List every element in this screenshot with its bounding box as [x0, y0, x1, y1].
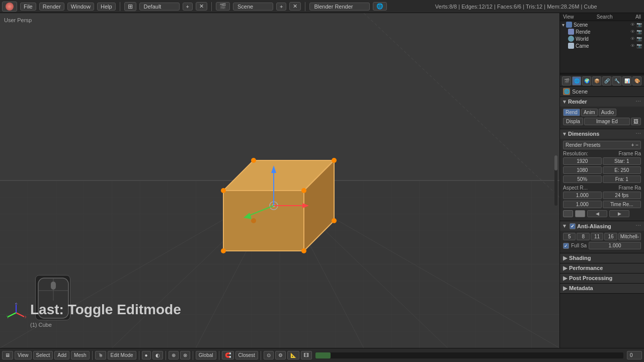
full-sample-checkbox[interactable]: ✓	[563, 243, 569, 249]
shading-section-header[interactable]: ▶Shading	[560, 253, 644, 263]
percent-field[interactable]: 50%	[563, 175, 602, 183]
pivot-icon[interactable]: ⊕	[169, 351, 179, 359]
render-presets-btn[interactable]: Render Presets + −	[563, 141, 641, 149]
global-btn[interactable]: Global	[196, 351, 216, 359]
viewport-scrollbar[interactable]	[554, 155, 557, 206]
display-icon-btn[interactable]: 🖼	[631, 118, 641, 125]
color-picker-1[interactable]	[563, 210, 573, 217]
outliner-item-world[interactable]: World 👁 📷	[560, 35, 644, 42]
pivot2-icon[interactable]: ⊗	[180, 351, 190, 359]
aspect-x-field[interactable]: 1.000	[563, 192, 602, 199]
props-object-icon[interactable]: 📦	[592, 76, 601, 85]
object-icon[interactable]: 🖱	[95, 351, 106, 359]
render-btn[interactable]: 🎞	[301, 351, 312, 359]
outliner-item-render[interactable]: Rende 👁 📷	[560, 28, 644, 35]
aa-triangle: ▾	[563, 223, 566, 229]
scene-selector[interactable]: Scene	[233, 3, 273, 11]
engine-selector[interactable]: Blender Render	[309, 3, 370, 11]
screen-layout-icon[interactable]: ⊞	[124, 2, 136, 11]
svg-point-49	[251, 158, 256, 163]
del-scene-btn[interactable]: ✕	[289, 2, 301, 11]
aa-samples-row: 5 8 11 16 Mitchell-	[563, 233, 641, 240]
del-layout-btn[interactable]: ✕	[196, 2, 207, 11]
dimensions-section-header[interactable]: ▾Dimensions ⋯	[560, 129, 644, 139]
render-menu[interactable]: Render	[39, 3, 64, 11]
width-field[interactable]: 1920	[563, 157, 602, 165]
blender-icon-btn[interactable]	[2, 2, 17, 12]
mode-selector[interactable]: Edit Mode	[108, 351, 136, 359]
select-btn[interactable]: Select	[33, 351, 53, 359]
dimensions-section-body: Render Presets + − Resolution: Frame Ra …	[560, 139, 644, 221]
mesh-btn[interactable]: Mesh	[71, 351, 89, 359]
aa-checkbox[interactable]: ✓	[570, 223, 576, 229]
props-scene-icon[interactable]: 🌐	[572, 76, 581, 85]
outliner-search-btn[interactable]: Search	[597, 14, 613, 20]
res-frame-row2: 1080 E: 250	[563, 166, 641, 174]
snap-type-btn[interactable]: Closest	[235, 351, 258, 359]
outliner-view-btn[interactable]: View	[563, 14, 574, 20]
post-processing-section: ▶Post Processing	[560, 274, 644, 284]
aa-filter-field[interactable]: Mitchell-	[618, 233, 641, 240]
image-editor-btn[interactable]: Image Ed	[584, 118, 630, 125]
render-tab-audio[interactable]: Audio	[599, 109, 617, 116]
fps-field[interactable]: 24 fps	[603, 192, 641, 199]
time-remap-right[interactable]: ▶	[609, 210, 629, 217]
viewport-3d[interactable]: User Persp Last: Toggle Editmode (1) Cub…	[0, 13, 559, 348]
aa-val-11[interactable]: 11	[591, 233, 603, 240]
render-section-header[interactable]: ▾Render ⋯	[560, 97, 644, 107]
window-menu[interactable]: Window	[67, 3, 94, 11]
time-remap-left[interactable]: ◀	[587, 210, 607, 217]
view-btn[interactable]: View	[15, 351, 32, 359]
layout-selector[interactable]: Default	[139, 3, 180, 11]
outliner-item-scene[interactable]: ▾ Scene 👁 📷	[560, 21, 644, 28]
color-picker-2[interactable]	[575, 210, 585, 217]
help-menu[interactable]: Help	[97, 3, 116, 11]
props-material-icon[interactable]: 🎨	[632, 76, 641, 85]
shading-circle-btn[interactable]: ●	[142, 351, 151, 359]
frame-counter[interactable]: 0	[627, 351, 642, 359]
scene-header-icon: 🌐	[563, 88, 570, 95]
svg-text:X: X	[25, 315, 26, 319]
timeline-bar[interactable]	[315, 352, 623, 358]
metadata-section-header[interactable]: ▶Metadata	[560, 284, 644, 293]
separator-3	[305, 2, 305, 11]
render-tab-anim[interactable]: Anim	[581, 109, 598, 116]
viewport-type-icon[interactable]: 🖥	[2, 351, 13, 359]
shading-toggle[interactable]: ◐	[152, 351, 163, 359]
add-scene-btn[interactable]: +	[276, 3, 286, 11]
add-btn[interactable]: Add	[54, 351, 69, 359]
tool-btn-1[interactable]: ⚙	[275, 351, 286, 359]
props-world-icon[interactable]: 🌍	[582, 76, 591, 85]
full-sample-val[interactable]: 1.000	[589, 242, 641, 249]
props-render-icon[interactable]: 🎬	[562, 76, 571, 85]
end-frame-field[interactable]: E: 250	[603, 166, 641, 174]
view-label: User Persp	[4, 17, 32, 23]
render-tab-rend[interactable]: Rend	[563, 109, 580, 116]
snap-btn[interactable]: 🧲	[222, 351, 234, 359]
aa-val-16[interactable]: 16	[604, 233, 617, 240]
post-processing-section-header[interactable]: ▶Post Processing	[560, 274, 644, 283]
render-presets-row: Render Presets + −	[563, 141, 641, 149]
props-modifiers-icon[interactable]: 🔧	[612, 76, 621, 85]
props-constraints-icon[interactable]: 🔗	[602, 76, 611, 85]
file-menu[interactable]: File	[20, 3, 36, 11]
aspect-y-field[interactable]: 1.000	[563, 201, 602, 208]
outliner-item-camera[interactable]: Came 👁 📷	[560, 42, 644, 49]
proportional-btn[interactable]: ⊙	[264, 351, 274, 359]
aa-section-header[interactable]: ▾ ✓ Anti-Aliasing ⋯	[560, 221, 644, 231]
aa-val-5[interactable]: 5	[563, 233, 576, 240]
performance-section-header[interactable]: ▶Performance	[560, 263, 644, 273]
height-field[interactable]: 1080	[563, 166, 602, 174]
tb-sep-6	[261, 351, 261, 360]
presets-controls: + −	[631, 142, 638, 148]
add-layout-btn[interactable]: +	[183, 3, 193, 11]
outliner-all-btn[interactable]: All	[635, 14, 641, 20]
props-data-icon[interactable]: 📊	[622, 76, 631, 85]
aa-val-8[interactable]: 8	[577, 233, 589, 240]
scene-icon-btn[interactable]: 🎬	[216, 2, 230, 11]
time-remap-field[interactable]: Time Re...	[603, 201, 641, 208]
display-btn[interactable]: Displa	[563, 118, 583, 125]
start-frame-field[interactable]: Star: 1	[603, 157, 641, 165]
tool-btn-2[interactable]: 📐	[287, 351, 299, 359]
current-frame-field[interactable]: Fra: 1	[603, 175, 641, 183]
